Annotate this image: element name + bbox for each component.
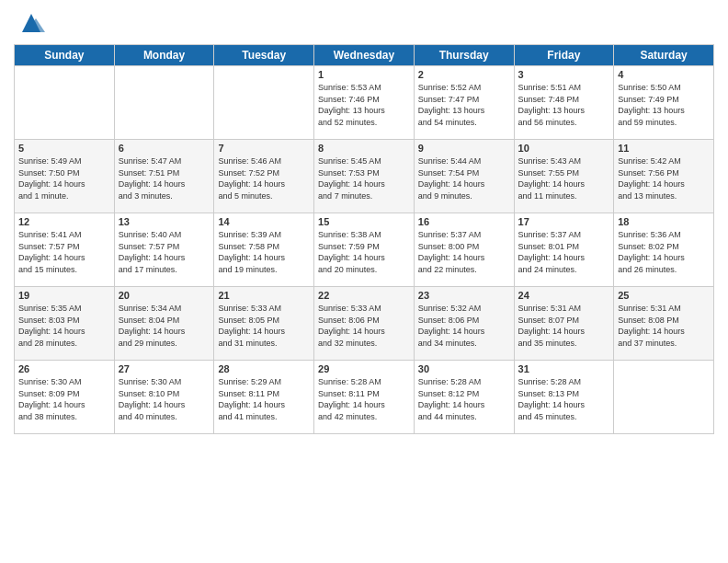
- day-number: 12: [18, 216, 110, 227]
- calendar-week-row: 26Sunrise: 5:30 AM Sunset: 8:09 PM Dayli…: [15, 361, 714, 434]
- calendar-cell: 20Sunrise: 5:34 AM Sunset: 8:04 PM Dayli…: [114, 287, 214, 361]
- day-info: Sunrise: 5:39 AM Sunset: 7:58 PM Dayligh…: [218, 229, 310, 275]
- day-info: Sunrise: 5:43 AM Sunset: 7:55 PM Dayligh…: [518, 155, 610, 201]
- day-info: Sunrise: 5:40 AM Sunset: 7:57 PM Dayligh…: [119, 229, 210, 275]
- day-info: Sunrise: 5:47 AM Sunset: 7:51 PM Dayligh…: [119, 155, 210, 201]
- calendar-cell: 11Sunrise: 5:42 AM Sunset: 7:56 PM Dayli…: [614, 140, 714, 213]
- day-number: 6: [119, 143, 210, 154]
- calendar-day-header: Saturday: [614, 45, 714, 66]
- day-number: 29: [318, 363, 410, 374]
- day-info: Sunrise: 5:50 AM Sunset: 7:49 PM Dayligh…: [618, 82, 710, 128]
- calendar-cell: 6Sunrise: 5:47 AM Sunset: 7:51 PM Daylig…: [114, 140, 214, 213]
- day-number: 31: [518, 363, 610, 374]
- day-info: Sunrise: 5:28 AM Sunset: 8:12 PM Dayligh…: [418, 376, 510, 422]
- day-info: Sunrise: 5:42 AM Sunset: 7:56 PM Dayligh…: [618, 155, 710, 201]
- calendar-cell: 29Sunrise: 5:28 AM Sunset: 8:11 PM Dayli…: [314, 361, 415, 434]
- calendar-day-header: Thursday: [414, 45, 514, 66]
- day-info: Sunrise: 5:34 AM Sunset: 8:04 PM Dayligh…: [119, 303, 210, 349]
- day-number: 5: [18, 143, 110, 154]
- day-number: 21: [218, 290, 310, 301]
- day-info: Sunrise: 5:36 AM Sunset: 8:02 PM Dayligh…: [618, 229, 710, 275]
- day-info: Sunrise: 5:28 AM Sunset: 8:13 PM Dayligh…: [518, 376, 610, 422]
- calendar-cell: 7Sunrise: 5:46 AM Sunset: 7:52 PM Daylig…: [214, 140, 314, 213]
- calendar-cell: 10Sunrise: 5:43 AM Sunset: 7:55 PM Dayli…: [514, 140, 614, 213]
- day-info: Sunrise: 5:33 AM Sunset: 8:05 PM Dayligh…: [218, 303, 310, 349]
- day-info: Sunrise: 5:30 AM Sunset: 8:10 PM Dayligh…: [119, 376, 210, 422]
- calendar-cell: 22Sunrise: 5:33 AM Sunset: 8:06 PM Dayli…: [314, 287, 415, 361]
- day-number: 9: [418, 143, 510, 154]
- calendar-week-row: 5Sunrise: 5:49 AM Sunset: 7:50 PM Daylig…: [15, 140, 714, 213]
- calendar-cell: 25Sunrise: 5:31 AM Sunset: 8:08 PM Dayli…: [614, 287, 714, 361]
- day-number: 28: [218, 363, 310, 374]
- day-info: Sunrise: 5:35 AM Sunset: 8:03 PM Dayligh…: [18, 303, 110, 349]
- day-number: 19: [18, 290, 110, 301]
- calendar-cell: 4Sunrise: 5:50 AM Sunset: 7:49 PM Daylig…: [614, 66, 714, 140]
- day-number: 30: [418, 363, 510, 374]
- calendar-cell: 13Sunrise: 5:40 AM Sunset: 7:57 PM Dayli…: [114, 213, 214, 287]
- day-number: 14: [218, 216, 310, 227]
- calendar-day-header: Wednesday: [314, 45, 415, 66]
- day-number: 10: [518, 143, 610, 154]
- calendar-cell: 18Sunrise: 5:36 AM Sunset: 8:02 PM Dayli…: [614, 213, 714, 287]
- calendar-cell: 12Sunrise: 5:41 AM Sunset: 7:57 PM Dayli…: [15, 213, 115, 287]
- calendar-cell: 17Sunrise: 5:37 AM Sunset: 8:01 PM Dayli…: [514, 213, 614, 287]
- day-number: 18: [618, 216, 710, 227]
- day-number: 26: [18, 363, 110, 374]
- calendar-cell: [15, 66, 115, 140]
- calendar-cell: 5Sunrise: 5:49 AM Sunset: 7:50 PM Daylig…: [15, 140, 115, 213]
- day-info: Sunrise: 5:29 AM Sunset: 8:11 PM Dayligh…: [218, 376, 310, 422]
- calendar-week-row: 19Sunrise: 5:35 AM Sunset: 8:03 PM Dayli…: [15, 287, 714, 361]
- calendar-cell: [114, 66, 214, 140]
- day-number: 16: [418, 216, 510, 227]
- calendar-cell: 23Sunrise: 5:32 AM Sunset: 8:06 PM Dayli…: [414, 287, 514, 361]
- calendar-cell: 16Sunrise: 5:37 AM Sunset: 8:00 PM Dayli…: [414, 213, 514, 287]
- day-number: 7: [218, 143, 310, 154]
- calendar-cell: 26Sunrise: 5:30 AM Sunset: 8:09 PM Dayli…: [15, 361, 115, 434]
- day-number: 23: [418, 290, 510, 301]
- calendar-cell: 31Sunrise: 5:28 AM Sunset: 8:13 PM Dayli…: [514, 361, 614, 434]
- day-number: 8: [318, 143, 410, 154]
- calendar-cell: 15Sunrise: 5:38 AM Sunset: 7:59 PM Dayli…: [314, 213, 415, 287]
- calendar-day-header: Monday: [114, 45, 214, 66]
- day-number: 20: [119, 290, 210, 301]
- day-info: Sunrise: 5:52 AM Sunset: 7:47 PM Dayligh…: [418, 82, 510, 128]
- calendar-cell: 24Sunrise: 5:31 AM Sunset: 8:07 PM Dayli…: [514, 287, 614, 361]
- day-info: Sunrise: 5:37 AM Sunset: 8:00 PM Dayligh…: [418, 229, 510, 275]
- day-info: Sunrise: 5:37 AM Sunset: 8:01 PM Dayligh…: [518, 229, 610, 275]
- day-number: 22: [318, 290, 410, 301]
- day-info: Sunrise: 5:30 AM Sunset: 8:09 PM Dayligh…: [18, 376, 110, 422]
- calendar-cell: 1Sunrise: 5:53 AM Sunset: 7:46 PM Daylig…: [314, 66, 415, 140]
- day-info: Sunrise: 5:49 AM Sunset: 7:50 PM Dayligh…: [18, 155, 110, 201]
- calendar-header-row: SundayMondayTuesdayWednesdayThursdayFrid…: [15, 45, 714, 66]
- day-info: Sunrise: 5:45 AM Sunset: 7:53 PM Dayligh…: [318, 155, 410, 201]
- calendar-day-header: Friday: [514, 45, 614, 66]
- day-number: 2: [418, 69, 510, 80]
- calendar-cell: [614, 361, 714, 434]
- calendar-week-row: 1Sunrise: 5:53 AM Sunset: 7:46 PM Daylig…: [15, 66, 714, 140]
- page: SundayMondayTuesdayWednesdayThursdayFrid…: [0, 0, 728, 563]
- day-number: 13: [119, 216, 210, 227]
- day-number: 11: [618, 143, 710, 154]
- day-info: Sunrise: 5:41 AM Sunset: 7:57 PM Dayligh…: [18, 229, 110, 275]
- day-number: 25: [618, 290, 710, 301]
- day-info: Sunrise: 5:31 AM Sunset: 8:08 PM Dayligh…: [618, 303, 710, 349]
- day-number: 3: [518, 69, 610, 80]
- calendar-day-header: Tuesday: [214, 45, 314, 66]
- day-info: Sunrise: 5:28 AM Sunset: 8:11 PM Dayligh…: [318, 376, 410, 422]
- calendar-week-row: 12Sunrise: 5:41 AM Sunset: 7:57 PM Dayli…: [15, 213, 714, 287]
- calendar-cell: 9Sunrise: 5:44 AM Sunset: 7:54 PM Daylig…: [414, 140, 514, 213]
- calendar-table: SundayMondayTuesdayWednesdayThursdayFrid…: [14, 44, 714, 434]
- calendar-cell: 19Sunrise: 5:35 AM Sunset: 8:03 PM Dayli…: [15, 287, 115, 361]
- logo: [14, 9, 45, 37]
- calendar-day-header: Sunday: [15, 45, 115, 66]
- calendar-cell: 3Sunrise: 5:51 AM Sunset: 7:48 PM Daylig…: [514, 66, 614, 140]
- calendar-cell: 27Sunrise: 5:30 AM Sunset: 8:10 PM Dayli…: [114, 361, 214, 434]
- day-info: Sunrise: 5:51 AM Sunset: 7:48 PM Dayligh…: [518, 82, 610, 128]
- header: [14, 9, 714, 37]
- day-number: 24: [518, 290, 610, 301]
- calendar-cell: 14Sunrise: 5:39 AM Sunset: 7:58 PM Dayli…: [214, 213, 314, 287]
- calendar-cell: 8Sunrise: 5:45 AM Sunset: 7:53 PM Daylig…: [314, 140, 415, 213]
- calendar-cell: 30Sunrise: 5:28 AM Sunset: 8:12 PM Dayli…: [414, 361, 514, 434]
- calendar-cell: 2Sunrise: 5:52 AM Sunset: 7:47 PM Daylig…: [414, 66, 514, 140]
- day-info: Sunrise: 5:44 AM Sunset: 7:54 PM Dayligh…: [418, 155, 510, 201]
